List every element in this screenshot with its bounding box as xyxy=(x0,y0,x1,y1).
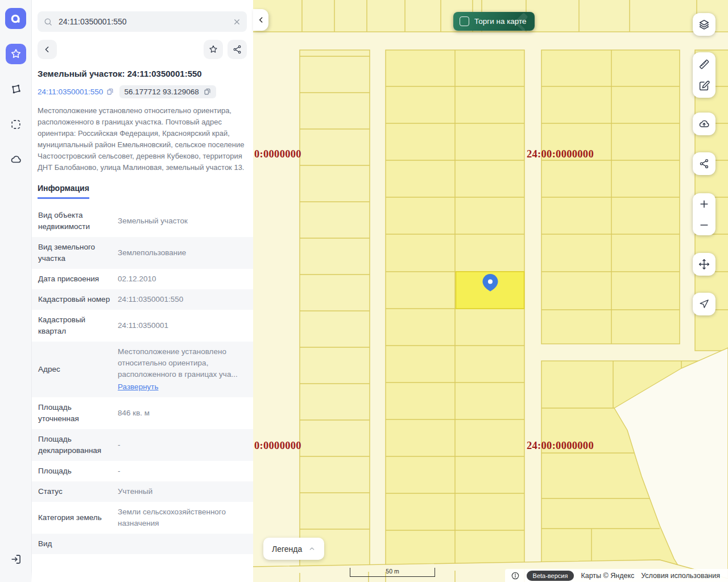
measure-button[interactable] xyxy=(693,53,715,75)
row-value: - xyxy=(118,465,246,477)
app-rail xyxy=(0,0,32,582)
quarter-label: 24:00:0000000 xyxy=(527,148,594,160)
coordinates-chip: 56.177712 93.129068 xyxy=(119,85,216,98)
row-label: Вид земельного участка xyxy=(38,242,111,264)
share-icon xyxy=(698,158,710,169)
pan-button[interactable] xyxy=(693,253,715,275)
layers-card xyxy=(693,13,715,36)
row-label: Статус xyxy=(38,486,111,497)
tools-card xyxy=(693,52,715,98)
share-card xyxy=(693,152,715,175)
row-value: Местоположение установлено относительно … xyxy=(118,346,246,393)
object-description: Местоположение установлено относительно … xyxy=(38,105,247,173)
row-label: Вид объекта недвижимости xyxy=(38,210,111,232)
info-icon[interactable] xyxy=(511,571,520,580)
chevron-left-icon xyxy=(257,16,265,24)
page-title: Земельный участок: 24:11:0350001:550 xyxy=(38,69,247,78)
sidebar-item-draw-polygon[interactable] xyxy=(6,79,26,99)
cloud-upload-icon xyxy=(698,118,710,130)
row-label: Площадь уточненная xyxy=(38,402,111,425)
trading-on-map-toggle[interactable]: Торги на карте xyxy=(453,12,535,31)
table-row: Вид объекта недвижимостиЗемельный участо… xyxy=(31,205,253,237)
expand-link[interactable]: Развернуть xyxy=(118,381,246,393)
chevron-left-icon xyxy=(43,45,52,54)
cadastral-number: 24:11:0350001:550 xyxy=(38,88,103,96)
share-map-button[interactable] xyxy=(693,153,715,174)
copy-coordinates-button[interactable] xyxy=(203,88,212,96)
copy-icon xyxy=(203,88,212,96)
sidebar-item-favorites[interactable] xyxy=(6,44,26,64)
quarter-label: 24:00:0000000 xyxy=(527,440,594,451)
row-value: Учтенный xyxy=(118,486,246,497)
beta-badge: Beta-версия xyxy=(527,571,574,581)
copy-icon xyxy=(106,88,114,96)
cadastral-number-chip[interactable]: 24:11:0350001:550 xyxy=(38,88,114,96)
search-input[interactable] xyxy=(57,16,228,27)
trading-checkbox[interactable] xyxy=(460,16,469,26)
table-row: Вид xyxy=(31,534,253,554)
favorite-button[interactable] xyxy=(204,40,223,59)
app-logo-icon xyxy=(9,12,23,26)
collapse-panel-button[interactable] xyxy=(253,9,268,31)
attribution-bar: Beta-версия Карты © Яндекс Условия испол… xyxy=(505,569,728,582)
locate-button[interactable] xyxy=(693,293,715,315)
row-label: Площадь xyxy=(38,465,111,477)
sidebar-item-data-cloud[interactable] xyxy=(6,149,26,170)
yandex-attribution[interactable]: Карты © Яндекс xyxy=(581,572,634,580)
table-row: Кадастровый номер24:11:0350001:550 xyxy=(31,289,253,310)
row-value: 24:11:0350001:550 xyxy=(118,294,246,305)
info-table: Вид объекта недвижимостиЗемельный участо… xyxy=(31,205,253,554)
quarter-label: 0:0000000 xyxy=(254,148,301,160)
table-row: Площадь- xyxy=(31,461,253,481)
star-icon xyxy=(208,44,218,55)
copy-cadastral-button[interactable] xyxy=(106,88,114,96)
table-row: Кадастровый квартал24:11:0350001 xyxy=(31,310,253,342)
navigation-arrow-icon xyxy=(698,298,710,310)
upload-card xyxy=(693,113,715,135)
cadastral-map[interactable]: 0:0000000 24:00:0000000 0:0000000 24:00:… xyxy=(253,0,728,582)
clear-search-button[interactable] xyxy=(233,18,241,26)
app-logo[interactable] xyxy=(5,8,26,29)
upload-data-button[interactable] xyxy=(693,113,715,135)
row-value: Земли сельскохозяйственного назначения xyxy=(118,506,246,529)
row-value: - xyxy=(118,439,246,451)
ruler-icon xyxy=(698,58,710,70)
search-icon xyxy=(43,17,53,27)
map-layers-button[interactable] xyxy=(693,14,715,35)
row-label: Адрес xyxy=(38,364,111,375)
search-bar xyxy=(38,11,247,32)
trading-label: Торги на карте xyxy=(474,17,527,26)
sidebar-item-select-area[interactable] xyxy=(6,114,26,135)
dashed-select-icon xyxy=(10,118,22,131)
cloud-icon xyxy=(10,153,22,166)
scale-label: 50 m xyxy=(386,568,399,575)
legend-button[interactable]: Легенда xyxy=(263,538,324,560)
edit-button[interactable] xyxy=(693,75,715,97)
share-button[interactable] xyxy=(228,40,247,59)
polygon-tool-icon xyxy=(10,83,22,95)
zoom-out-button[interactable] xyxy=(693,214,715,235)
move-icon xyxy=(698,258,710,271)
plus-icon xyxy=(698,198,710,210)
table-row: Площадь декларированная- xyxy=(31,429,253,461)
edit-icon xyxy=(698,80,710,92)
object-panel: Земельный участок: 24:11:0350001:550 24:… xyxy=(31,0,253,582)
star-icon xyxy=(10,48,22,60)
table-row: Вид земельного участкаЗемлепользование xyxy=(31,237,253,269)
tab-information[interactable]: Информация xyxy=(38,184,89,199)
table-row: СтатусУчтенный xyxy=(31,481,253,502)
table-row: АдресМестоположение установлено относите… xyxy=(31,342,253,397)
layers-icon xyxy=(698,18,710,31)
sign-in-button[interactable] xyxy=(6,549,26,569)
table-row: Площадь уточненная846 кв. м xyxy=(31,397,253,429)
minus-icon xyxy=(698,219,710,231)
map-scale-bar: 50 m xyxy=(350,568,435,577)
pan-card xyxy=(693,253,715,276)
back-button[interactable] xyxy=(38,40,57,59)
row-label: Дата присвоения xyxy=(38,273,111,285)
row-label: Кадастровый квартал xyxy=(38,314,111,337)
terms-of-use-link[interactable]: Условия использования xyxy=(641,572,720,580)
zoom-in-button[interactable] xyxy=(693,193,715,214)
row-label: Вид xyxy=(38,538,111,550)
close-icon xyxy=(233,18,241,26)
